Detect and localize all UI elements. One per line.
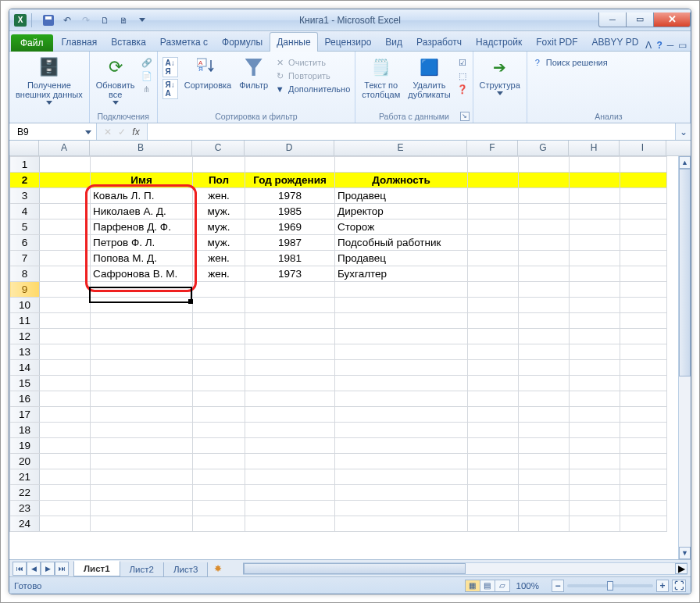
cell[interactable]: [570, 266, 620, 282]
cell[interactable]: [193, 516, 245, 532]
cell[interactable]: [335, 329, 468, 344]
col-header-C[interactable]: C: [192, 141, 245, 155]
cell[interactable]: [40, 501, 91, 516]
cell[interactable]: [570, 188, 620, 204]
cell[interactable]: [91, 298, 193, 313]
cell[interactable]: [335, 438, 468, 454]
cell[interactable]: [468, 329, 519, 344]
sheet-nav-prev[interactable]: ◀: [27, 562, 41, 576]
qat-undo[interactable]: ↶: [59, 12, 75, 28]
cell[interactable]: Сторож: [335, 219, 468, 235]
row-header[interactable]: 7: [10, 251, 40, 266]
zoom-fit-button[interactable]: ⛶: [672, 580, 686, 592]
cell[interactable]: [335, 344, 468, 360]
cell[interactable]: [335, 516, 468, 532]
cell[interactable]: [40, 188, 91, 204]
cell[interactable]: [570, 282, 620, 298]
cell[interactable]: [468, 235, 519, 251]
row-header[interactable]: 17: [10, 407, 40, 423]
cell[interactable]: [40, 251, 91, 266]
cell[interactable]: [40, 235, 91, 251]
sort-desc-button[interactable]: Я↓A: [162, 79, 178, 99]
cell[interactable]: [620, 454, 667, 469]
cell[interactable]: [570, 204, 620, 219]
cell[interactable]: [245, 516, 335, 532]
sort-button[interactable]: AЯ Сортировка: [183, 54, 233, 91]
cell[interactable]: [91, 407, 193, 423]
cell[interactable]: [570, 157, 620, 173]
help-icon[interactable]: ?: [656, 40, 662, 51]
cell[interactable]: [335, 485, 468, 501]
properties-mini[interactable]: 📄: [141, 70, 152, 81]
cell[interactable]: [468, 454, 519, 469]
cell[interactable]: [193, 376, 245, 391]
tab-вид[interactable]: Вид: [378, 32, 409, 52]
cell[interactable]: жен.: [193, 251, 245, 266]
doc-restore[interactable]: ▭: [678, 40, 687, 51]
cell[interactable]: [570, 235, 620, 251]
tab-foxit pdf[interactable]: Foxit PDF: [529, 32, 584, 52]
advanced-filter[interactable]: ▼Дополнительно: [274, 84, 350, 95]
vscroll-thumb[interactable]: [679, 169, 691, 376]
cell[interactable]: [91, 157, 193, 173]
cell[interactable]: [245, 360, 335, 376]
cell[interactable]: [468, 266, 519, 282]
tab-главная[interactable]: Главная: [55, 32, 105, 52]
row-header[interactable]: 5: [10, 219, 40, 235]
cell[interactable]: [193, 391, 245, 407]
tab-надстройк[interactable]: Надстройк: [469, 32, 529, 52]
vertical-scrollbar[interactable]: ▲ ▼: [678, 156, 691, 559]
col-header-E[interactable]: E: [334, 141, 467, 155]
view-normal[interactable]: ▦: [465, 580, 480, 592]
cell[interactable]: [193, 407, 245, 423]
qat-btn-4[interactable]: 🗋: [97, 12, 112, 28]
row-header[interactable]: 16: [10, 391, 40, 407]
cell[interactable]: [468, 391, 519, 407]
cell[interactable]: [91, 454, 193, 469]
cell[interactable]: [620, 282, 667, 298]
tab-рецензиро[interactable]: Рецензиро: [318, 32, 379, 52]
cell[interactable]: [620, 235, 667, 251]
cell[interactable]: [91, 485, 193, 501]
row-header[interactable]: 23: [10, 501, 40, 516]
sheet-tab-Лист3[interactable]: Лист3: [163, 562, 208, 577]
cell[interactable]: Директор: [335, 204, 468, 219]
cell[interactable]: муж.: [193, 219, 245, 235]
cell[interactable]: [335, 298, 468, 313]
cell[interactable]: муж.: [193, 235, 245, 251]
cell[interactable]: [245, 329, 335, 344]
cell[interactable]: [468, 501, 519, 516]
cell[interactable]: [468, 423, 519, 438]
cell[interactable]: Коваль Л. П.: [91, 188, 193, 204]
cell[interactable]: [335, 469, 468, 485]
cell[interactable]: 1973: [245, 266, 335, 282]
cell[interactable]: [335, 313, 468, 329]
cell[interactable]: Попова М. Д.: [91, 251, 193, 266]
row-header[interactable]: 19: [10, 438, 40, 454]
cell[interactable]: [570, 219, 620, 235]
cell[interactable]: [519, 313, 570, 329]
sheet-tab-Лист2[interactable]: Лист2: [120, 562, 164, 577]
cell[interactable]: [519, 344, 570, 360]
cell[interactable]: [519, 407, 570, 423]
cell[interactable]: Должность: [335, 173, 468, 188]
cell[interactable]: [245, 344, 335, 360]
outline-button[interactable]: ➔ Структура: [478, 54, 522, 97]
cell[interactable]: [335, 454, 468, 469]
close-button[interactable]: ✕: [653, 12, 691, 27]
horizontal-scrollbar[interactable]: ◀ ▶: [243, 562, 688, 575]
cell[interactable]: [40, 298, 91, 313]
col-header-F[interactable]: F: [467, 141, 518, 155]
row-header[interactable]: 11: [10, 313, 40, 329]
cell[interactable]: [570, 360, 620, 376]
row-header[interactable]: 2: [10, 173, 40, 188]
cell[interactable]: [40, 266, 91, 282]
cell[interactable]: [519, 423, 570, 438]
cell[interactable]: [91, 516, 193, 532]
cell[interactable]: [245, 157, 335, 173]
doc-minimize[interactable]: ─: [667, 40, 674, 51]
row-header[interactable]: 18: [10, 423, 40, 438]
cell[interactable]: [193, 438, 245, 454]
cell[interactable]: [570, 423, 620, 438]
cell[interactable]: [519, 485, 570, 501]
